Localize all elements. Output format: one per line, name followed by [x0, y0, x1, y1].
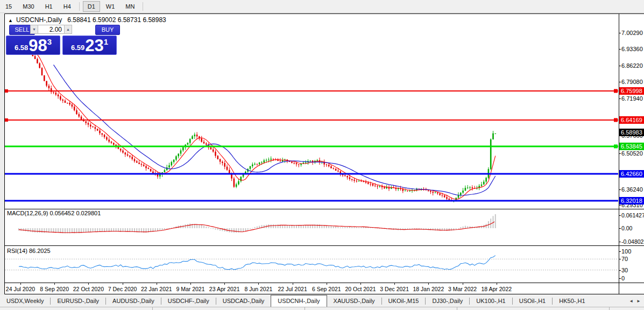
- one-click-trade-panel: SELL ▼ ▲ BUY 6.58 98 3 6.59 23 1: [6, 25, 119, 55]
- tab-usdcnh-daily[interactable]: USDCNH-,Daily: [271, 295, 327, 307]
- sell-price-box[interactable]: 6.58 98 3: [6, 36, 60, 55]
- tab-scroll: ◄►: [627, 295, 644, 307]
- macd-pane: [18, 214, 496, 233]
- rsi-pane: [5, 256, 618, 270]
- timeframe-mn[interactable]: MN: [121, 1, 139, 12]
- tab-scroll-left-icon[interactable]: ◄: [627, 299, 635, 304]
- strip-separator: [305, 307, 305, 310]
- tab-dj30-daily[interactable]: DJ30-,Daily: [426, 295, 469, 307]
- timeframe-h4[interactable]: H4: [59, 1, 76, 12]
- tab-usdchf-daily[interactable]: USDCHF-,Daily: [161, 295, 216, 307]
- rsi-line: [19, 256, 496, 270]
- timeframe-m30[interactable]: M30: [18, 1, 39, 12]
- strip-separator: [609, 307, 610, 310]
- ma-fast-line: [31, 46, 496, 199]
- axis-ticks: [21, 33, 621, 285]
- strip-separator: [457, 307, 457, 310]
- bottom-strip: [0, 307, 644, 310]
- tab-usdcad-daily[interactable]: USDCAD-,Daily: [216, 295, 271, 307]
- timeframe-w1[interactable]: W1: [101, 1, 120, 12]
- volume-decrease-button[interactable]: ▼: [30, 25, 38, 34]
- timeframe-toolbar: 15M30H1H4D1W1MN: [0, 0, 644, 13]
- tab-usoil-h1[interactable]: USOil-,H1: [513, 295, 553, 307]
- buy-price-box[interactable]: 6.59 23 1: [62, 36, 117, 55]
- tab-uk100-h1[interactable]: UK100-,H1: [470, 295, 512, 307]
- strip-separator: [152, 307, 153, 310]
- toolbar-separator: [143, 2, 143, 11]
- chart-tab-bar: USDX,WeeklyEURUSD-,DailyAUDUSD-,DailyUSD…: [0, 295, 644, 307]
- chevron-down-icon: ▼: [32, 27, 36, 31]
- timeframe-15[interactable]: 15: [1, 1, 17, 12]
- buy-price-sup: 1: [104, 37, 108, 46]
- tab-xauusd-daily[interactable]: XAUUSD-,Daily: [327, 295, 381, 307]
- tab-eurusd-daily[interactable]: EURUSD-,Daily: [51, 295, 105, 307]
- tab-scroll-right-icon[interactable]: ►: [635, 299, 642, 304]
- tab-ukoil-m15[interactable]: UKOil-,M15: [382, 295, 426, 307]
- volume-input[interactable]: [38, 25, 64, 34]
- window-frame: [5, 14, 644, 294]
- timeframe-h1[interactable]: H1: [40, 1, 58, 12]
- volume-increase-button[interactable]: ▲: [64, 25, 72, 34]
- tab-usdx-weekly[interactable]: USDX,Weekly: [0, 295, 50, 307]
- tab-hk50-h1[interactable]: HK50-,H1: [553, 295, 591, 307]
- timeframe-d1[interactable]: D1: [83, 1, 100, 12]
- sell-price-main: 6.58: [15, 44, 28, 52]
- toolbar-separator: [79, 2, 80, 11]
- sell-price-big: 98: [29, 38, 47, 53]
- sell-price-sup: 3: [47, 37, 52, 46]
- tab-audusd-daily[interactable]: AUDUSD-,Daily: [106, 295, 161, 307]
- buy-button[interactable]: BUY: [95, 25, 120, 35]
- buy-price-big: 23: [85, 38, 103, 53]
- mt4-application: 15M30H1H4D1W1MN ▲USDCNH-,Daily6.58841 6.…: [0, 0, 644, 310]
- buy-price-main: 6.59: [71, 44, 84, 52]
- ma-slow-line: [54, 65, 496, 195]
- chevron-up-icon: ▲: [66, 27, 70, 31]
- horizontal-levels: [5, 89, 618, 201]
